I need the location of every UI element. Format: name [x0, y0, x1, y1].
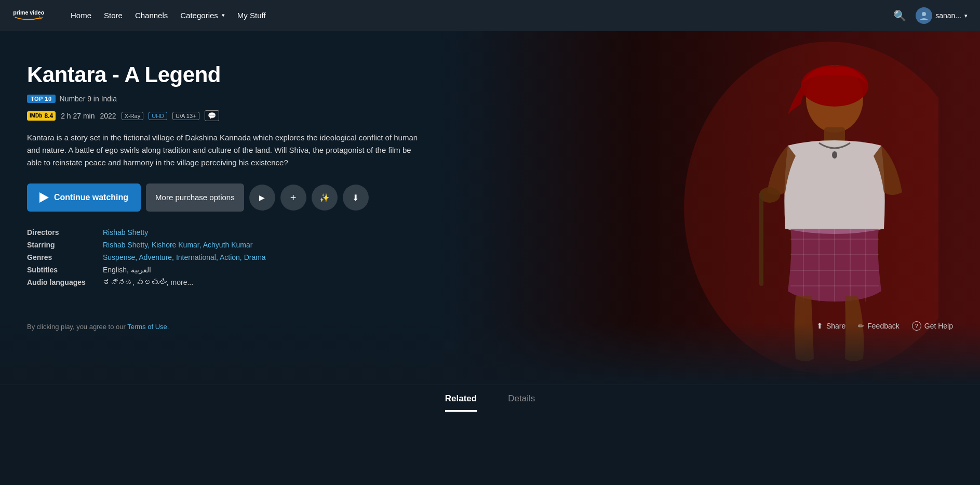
- genres-row: Genres Suspense, Adventure, Internationa…: [27, 253, 420, 261]
- top10-badge-row: TOP 10 Number 9 in India: [27, 95, 117, 103]
- get-help-link[interactable]: ? Get Help: [912, 321, 953, 331]
- rating-badge: U/A 13+: [172, 112, 199, 120]
- movie-description: Kantara is a story set in the fictional …: [27, 132, 420, 169]
- play-small-icon: ▶: [259, 193, 265, 202]
- avatar: [916, 7, 932, 24]
- starring-row: Starring Rishab Shetty, Kishore Kumar, A…: [27, 241, 420, 249]
- play-icon: [39, 192, 49, 203]
- year: 2022: [100, 112, 116, 120]
- top10-rank: Number 9 in India: [60, 95, 117, 103]
- uhd-badge: UHD: [149, 112, 167, 120]
- nav-right: 🔍 sanan... ▾: [893, 7, 968, 24]
- audio-languages-value: ಕನ್ನಡ, మలయులిం, more...: [103, 278, 193, 286]
- imdb-label: IMDb: [30, 113, 42, 119]
- movie-title: Kantara - A Legend: [27, 62, 420, 87]
- help-icon: ?: [912, 321, 921, 331]
- imdb-badge: IMDb 8.4: [27, 111, 56, 121]
- subtitles-value: English, العربية: [103, 266, 151, 274]
- terms-link[interactable]: Terms of Use.: [127, 323, 169, 331]
- get-help-label: Get Help: [924, 322, 953, 330]
- nav-home[interactable]: Home: [71, 11, 91, 20]
- celebrate-button[interactable]: ✨: [312, 185, 338, 211]
- audio-languages-row: Audio languages ಕನ್ನಡ, మలయులిం, more...: [27, 278, 420, 286]
- nav-categories[interactable]: Categories ▾: [180, 11, 225, 20]
- directors-value[interactable]: Rishab Shetty: [103, 228, 148, 237]
- tab-details[interactable]: Details: [508, 394, 535, 412]
- subtitles-row: Subtitles English, العربية: [27, 266, 420, 274]
- avatar-icon: [919, 10, 929, 21]
- starring-value[interactable]: Rishab Shetty, Kishore Kumar, Achyuth Ku…: [103, 241, 252, 249]
- footer-area: By clicking play, you agree to our Terms…: [0, 318, 980, 343]
- add-to-list-button[interactable]: +: [280, 185, 306, 211]
- continue-watching-button[interactable]: Continue watching: [27, 183, 141, 212]
- search-button[interactable]: 🔍: [893, 9, 906, 22]
- more-purchase-options-button[interactable]: More purchase options: [146, 183, 244, 212]
- nav-store[interactable]: Store: [104, 11, 123, 20]
- download-icon: ⬇: [352, 193, 359, 203]
- terms-text: By clicking play, you agree to our Terms…: [27, 323, 953, 331]
- play-icon-button[interactable]: ▶: [249, 185, 275, 211]
- svg-rect-7: [759, 192, 763, 286]
- search-icon: 🔍: [893, 10, 906, 21]
- subtitle-icon: 💬: [205, 110, 219, 121]
- add-icon: +: [290, 192, 297, 204]
- share-label: Share: [826, 322, 845, 330]
- prime-video-logo: prime video: [12, 6, 54, 25]
- details-section: Directors Rishab Shetty Starring Rishab …: [27, 228, 420, 286]
- share-icon: ⬆: [816, 321, 823, 331]
- svg-point-8: [832, 151, 837, 159]
- genres-label: Genres: [27, 253, 95, 261]
- categories-chevron-icon: ▾: [222, 12, 225, 19]
- duration: 2 h 27 min: [61, 112, 95, 120]
- top10-pill: TOP 10: [27, 95, 56, 103]
- nav-my-stuff[interactable]: My Stuff: [237, 11, 266, 20]
- share-link[interactable]: ⬆ Share: [816, 321, 845, 331]
- meta-row: IMDb 8.4 2 h 27 min 2022 X-Ray UHD U/A 1…: [27, 110, 420, 121]
- footer-right-links: ⬆ Share ✏ Feedback ? Get Help: [816, 321, 953, 331]
- username-label: sanan...: [935, 11, 961, 20]
- logo[interactable]: prime video: [12, 6, 54, 25]
- imdb-score: 8.4: [44, 112, 53, 120]
- more-purchase-label: More purchase options: [155, 192, 235, 203]
- action-row: Continue watching More purchase options …: [27, 183, 420, 212]
- subtitles-label: Subtitles: [27, 266, 95, 274]
- feedback-link[interactable]: ✏ Feedback: [858, 322, 899, 330]
- navbar: prime video Home Store Channels Categori…: [0, 0, 980, 31]
- tabs-bar: Related Details: [0, 385, 980, 412]
- feedback-icon: ✏: [858, 322, 864, 330]
- audio-languages-label: Audio languages: [27, 278, 95, 286]
- genres-value[interactable]: Suspense, Adventure, International, Acti…: [103, 253, 266, 261]
- xray-badge: X-Ray: [122, 112, 144, 120]
- download-button[interactable]: ⬇: [343, 185, 369, 211]
- hero-section: Kantara - A Legend TOP 10 Number 9 in In…: [0, 31, 980, 385]
- sparkle-icon: ✨: [319, 193, 330, 203]
- nav-channels[interactable]: Channels: [135, 11, 168, 20]
- svg-text:prime video: prime video: [13, 9, 44, 16]
- continue-watching-label: Continue watching: [54, 193, 128, 202]
- user-menu[interactable]: sanan... ▾: [916, 7, 968, 24]
- starring-label: Starring: [27, 241, 95, 249]
- nav-links: Home Store Channels Categories ▾ My Stuf…: [71, 11, 893, 20]
- user-dropdown-icon: ▾: [964, 12, 968, 19]
- svg-point-1: [922, 12, 926, 16]
- feedback-label: Feedback: [867, 322, 899, 330]
- hero-content: Kantara - A Legend TOP 10 Number 9 in In…: [0, 31, 447, 318]
- directors-row: Directors Rishab Shetty: [27, 228, 420, 237]
- directors-label: Directors: [27, 228, 95, 237]
- tab-related[interactable]: Related: [445, 394, 477, 412]
